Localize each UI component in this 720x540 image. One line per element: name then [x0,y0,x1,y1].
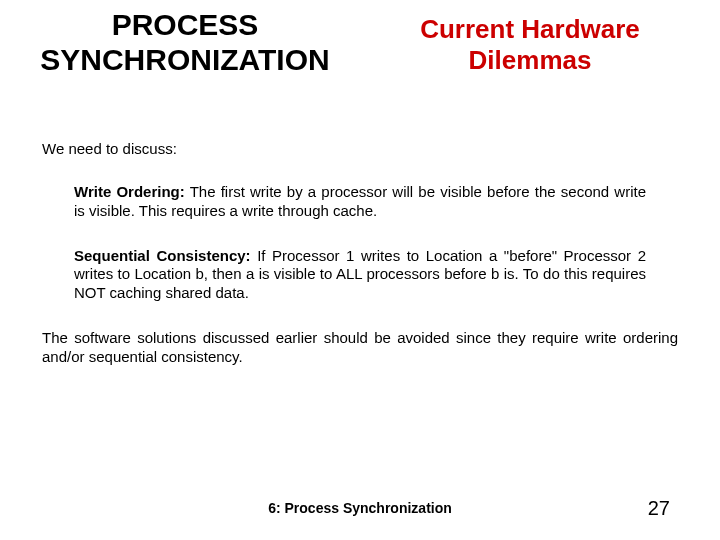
slide-title: Current Hardware Dilemmas [370,14,690,76]
slide: PROCESS SYNCHRONIZATION Current Hardware… [0,0,720,540]
footer-label: 6: Process Synchronization [0,500,720,516]
topic-item: Write Ordering: The first write by a pro… [74,183,646,221]
slide-body: We need to discuss: Write Ordering: The … [42,140,678,366]
topic-item: Sequential Consistency: If Processor 1 w… [74,247,646,303]
topic-label: Sequential Consistency: [74,247,251,264]
lead-text: We need to discuss: [42,140,678,157]
topic-label: Write Ordering: [74,183,185,200]
page-number: 27 [648,497,670,520]
conclusion-text: The software solutions discussed earlier… [42,329,678,367]
chapter-title: PROCESS SYNCHRONIZATION [20,8,350,77]
